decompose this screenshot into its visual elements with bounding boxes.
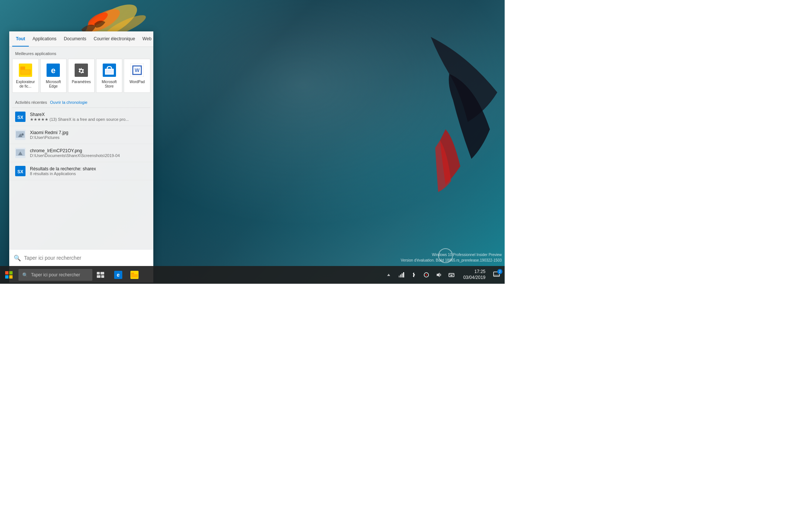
taskbar-search[interactable]: 🔍 Taper ici pour rechercher [18, 269, 92, 281]
sharex-name: ShareX [30, 112, 147, 117]
task-view-button[interactable] [92, 266, 109, 284]
svg-rect-31 [5, 275, 8, 279]
svg-rect-10 [75, 64, 88, 77]
sharex-icon: SX [15, 112, 25, 122]
search-bar-icon: 🔍 [14, 255, 21, 262]
recent-item-chrome[interactable]: chrome_IrEmCP21OY.png D:\User\Documents\… [9, 144, 153, 162]
resultats-desc: 8 résultats in Applications [30, 171, 147, 176]
wordpad-icon: W [130, 64, 144, 77]
svg-rect-52 [451, 274, 452, 275]
edge-label: Microsoft Edge [43, 80, 64, 89]
sharex-desc: ★★★★★ (13) ShareX is a free and open sou… [30, 117, 147, 122]
desktop: Tout Applications Documents Courrier éle… [0, 0, 505, 284]
svg-text:e: e [117, 272, 120, 278]
notification-center-button[interactable]: 2 [488, 266, 505, 284]
resultats-info: Résultats de la recherche: sharex 8 résu… [30, 166, 147, 176]
xiaomi-name: Xiaomi Redmi 7.jpg [30, 130, 147, 135]
app-explorer[interactable]: Explorateur de fic... [12, 59, 39, 93]
svg-rect-54 [450, 275, 453, 276]
taskbar-edge-icon: e [114, 271, 122, 279]
network-icon[interactable] [395, 266, 407, 284]
chrome-info: chrome_IrEmCP21OY.png D:\User\Documents\… [30, 148, 147, 158]
best-apps-title: Meilleures applications [9, 47, 153, 59]
svg-point-48 [426, 274, 427, 276]
taskbar-search-icon: 🔍 [22, 272, 28, 278]
taskbar-explorer-icon [130, 271, 139, 279]
settings-label: Paramètres [72, 80, 91, 84]
recent-item-sharex[interactable]: SX ShareX ★★★★★ (13) ShareX is a free an… [9, 108, 153, 126]
volume-icon[interactable] [433, 266, 445, 284]
resultats-name: Résultats de la recherche: sharex [30, 166, 147, 171]
xiaomi-desc: D:\User\Pictures [30, 135, 147, 140]
open-timeline-link[interactable]: Ouvrir la chronologie [50, 100, 88, 105]
svg-text:e: e [51, 66, 55, 75]
tab-documents[interactable]: Documents [60, 31, 90, 47]
dark-dragon-decoration [320, 18, 505, 240]
svg-rect-30 [9, 271, 13, 274]
svg-text:SX: SX [17, 115, 23, 120]
search-input[interactable] [24, 255, 149, 261]
recent-title: Activités récentes [15, 100, 47, 105]
svg-marker-42 [387, 274, 390, 276]
sharex-info: ShareX ★★★★★ (13) ShareX is a free and o… [30, 112, 147, 122]
windows-logo-icon [5, 271, 13, 279]
tab-courrier[interactable]: Courrier électronique [90, 31, 139, 47]
taskbar-explorer-button[interactable] [126, 266, 143, 284]
svg-rect-36 [101, 275, 104, 278]
svg-rect-50 [449, 273, 454, 277]
tabs-bar: Tout Applications Documents Courrier éle… [9, 31, 153, 47]
svg-text:W: W [135, 67, 140, 73]
tab-web[interactable]: Web [139, 31, 153, 47]
taskbar-apps: e [110, 266, 143, 284]
svg-rect-32 [9, 275, 13, 279]
recent-item-xiaomi[interactable]: Xiaomi Redmi 7.jpg D:\User\Pictures [9, 126, 153, 144]
svg-rect-43 [399, 276, 400, 277]
svg-rect-29 [5, 271, 8, 274]
chrome-name: chrome_IrEmCP21OY.png [30, 148, 147, 153]
xiaomi-icon [15, 130, 25, 140]
chevron-up-icon[interactable] [383, 266, 395, 284]
svg-rect-34 [100, 272, 104, 274]
explorer-icon [19, 64, 32, 77]
security-icon[interactable] [420, 266, 432, 284]
start-button[interactable] [0, 266, 18, 284]
store-label: Microsoft Store [99, 80, 120, 89]
svg-rect-45 [402, 273, 403, 277]
app-wordpad[interactable]: W WordPad [124, 59, 150, 93]
app-settings[interactable]: Paramètres [68, 59, 95, 93]
svg-rect-53 [453, 274, 453, 275]
recent-item-resultats[interactable]: SX Résultats de la recherche: sharex 8 r… [9, 162, 153, 180]
app-edge[interactable]: e Microsoft Edge [40, 59, 67, 93]
svg-point-23 [21, 133, 24, 136]
taskbar-time: 17:25 [474, 269, 485, 275]
svg-rect-13 [106, 69, 113, 74]
chrome-desc: D:\User\Documents\ShareX\Screenshots\201… [30, 153, 147, 158]
svg-rect-44 [400, 274, 401, 277]
bluetooth-icon[interactable] [408, 266, 420, 284]
tab-applications[interactable]: Applications [29, 31, 60, 47]
resultats-icon: SX [15, 166, 25, 176]
explorer-label: Explorateur de fic... [15, 80, 36, 89]
search-bar-bottom[interactable]: 🔍 [9, 250, 153, 266]
taskbar-edge-button[interactable]: e [110, 266, 126, 284]
svg-rect-33 [97, 272, 100, 274]
taskbar-date: 03/04/2019 [463, 275, 485, 281]
edge-icon: e [47, 64, 60, 77]
taskbar-sys-tray [380, 266, 460, 284]
task-view-icon [97, 272, 104, 278]
settings-icon [75, 64, 88, 77]
svg-rect-41 [131, 274, 138, 277]
svg-rect-46 [403, 272, 404, 277]
taskbar: 🔍 Taper ici pour rechercher e [0, 266, 505, 284]
wordpad-label: WordPad [129, 80, 145, 84]
chrome-icon [15, 148, 25, 158]
svg-rect-51 [450, 274, 450, 275]
app-store[interactable]: Microsoft Store [96, 59, 123, 93]
notification-badge: 2 [497, 269, 502, 274]
svg-rect-35 [97, 275, 100, 278]
svg-rect-7 [21, 70, 30, 74]
taskbar-clock[interactable]: 17:25 03/04/2019 [460, 269, 488, 280]
keyboard-icon[interactable] [446, 266, 457, 284]
tab-tout[interactable]: Tout [12, 31, 29, 47]
store-icon [103, 64, 116, 77]
